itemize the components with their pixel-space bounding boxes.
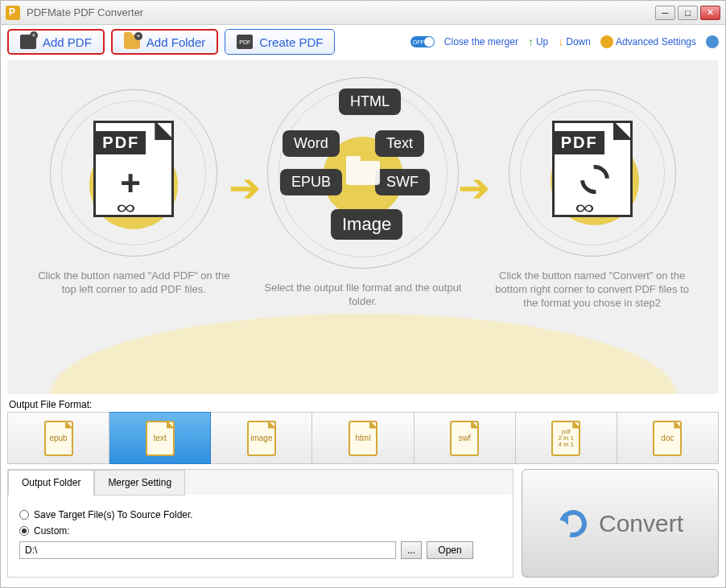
pdf-add-icon [20,35,36,49]
add-pdf-button[interactable]: Add PDF [7,29,105,55]
step1-caption: Click the button named "Add PDF" on the … [25,269,242,297]
step-2: HTML Word Text EPUB SWF Image Select the… [254,93,472,309]
arrow-right-icon: ➔ [229,165,261,210]
app-logo-icon [6,6,20,20]
maximize-button[interactable]: □ [678,6,698,20]
close-merger-link[interactable]: Close the merger [444,36,518,47]
step-3: PDF Click the button named "Convert" on … [484,93,701,310]
step2-caption: Select the output file format and the ou… [254,282,472,309]
format-swf[interactable]: swf [415,412,516,464]
wrench-icon [600,35,613,48]
badge-epub: EPUB [280,169,342,195]
badge-image: Image [331,209,402,240]
window-controls: ─ □ ✕ [655,6,720,20]
convert-icon [557,508,589,540]
convert-label: Convert [599,510,683,537]
badge-text: Text [375,130,424,157]
tab-output-folder[interactable]: Output Folder [8,470,94,495]
format-epub[interactable]: epub [7,412,109,464]
workflow-illustration: PDF + Click the button named "Add PDF" o… [7,60,719,394]
option-custom[interactable]: Custom: [19,525,501,537]
add-pdf-label: Add PDF [43,35,92,49]
output-format-label: Output File Format: [1,396,725,412]
step3-caption: Click the button named "Convert" on the … [484,269,701,310]
tab-merger-setting[interactable]: Merger Setting [94,470,185,495]
create-pdf-button[interactable]: Create PDF [225,29,335,55]
epub-icon: epub [44,421,73,456]
step-1: PDF + Click the button named "Add PDF" o… [25,93,242,297]
add-folder-button[interactable]: Add Folder [111,29,218,55]
pdf-convert-icon: PDF [552,121,633,217]
create-pdf-icon [237,35,253,49]
image-icon: image [247,421,276,456]
radio-icon [19,510,29,520]
format-html[interactable]: html [312,412,414,464]
pdf-document-icon: PDF + [93,121,174,217]
badge-word: Word [283,130,340,157]
language-icon[interactable] [706,35,719,48]
browse-button[interactable]: ... [401,541,422,559]
output-folder-content: Save Target File(s) To Source Folder. Cu… [8,495,513,577]
move-up-button[interactable]: ↑Up [528,35,548,48]
arrow-down-icon: ↓ [558,35,563,48]
move-down-button[interactable]: ↓Down [558,35,591,48]
title-bar: PDFMate PDF Converter ─ □ ✕ [1,1,725,25]
toolbar-right: OFF Close the merger ↑Up ↓Down Advanced … [410,35,719,48]
settings-panel: Output Folder Merger Setting Save Target… [7,469,514,578]
minimize-button[interactable]: ─ [655,6,675,20]
folder-icon [346,161,380,185]
open-folder-button[interactable]: Open [427,541,473,559]
folder-add-icon [124,35,140,49]
arrow-up-icon: ↑ [528,35,534,48]
convert-button[interactable]: Convert [522,469,719,578]
output-format-strip: epub text image html swf pdf2 in 14 in 1… [7,412,719,464]
badge-html: HTML [339,88,401,115]
format-text[interactable]: text [109,412,211,464]
close-button[interactable]: ✕ [700,6,720,20]
html-icon: html [349,421,377,456]
option-custom-label: Custom: [34,525,70,537]
tab-row: Output Folder Merger Setting [8,470,513,495]
window-title: PDFMate PDF Converter [27,6,655,19]
format-doc[interactable]: doc [617,412,719,464]
arrow-right-icon: ➔ [458,165,490,210]
radio-icon [19,526,29,536]
advanced-settings-link[interactable]: Advanced Settings [600,35,696,48]
format-image[interactable]: image [211,412,312,464]
pdf-nup-icon: pdf2 in 14 in 1 [551,421,580,456]
swf-icon: swf [450,421,479,456]
doc-icon: doc [653,421,682,456]
option-source-folder[interactable]: Save Target File(s) To Source Folder. [19,509,501,520]
create-pdf-label: Create PDF [259,35,323,49]
output-path-input[interactable] [19,541,396,559]
toolbar: Add PDF Add Folder Create PDF OFF Close … [1,25,725,59]
option-source-label: Save Target File(s) To Source Folder. [34,509,193,520]
badge-swf: SWF [375,169,430,195]
text-icon: text [146,421,175,456]
add-folder-label: Add Folder [146,35,205,49]
merger-toggle[interactable]: OFF [410,36,435,47]
format-pdf-nup[interactable]: pdf2 in 14 in 1 [516,412,617,464]
bottom-panel: Output Folder Merger Setting Save Target… [7,469,719,578]
